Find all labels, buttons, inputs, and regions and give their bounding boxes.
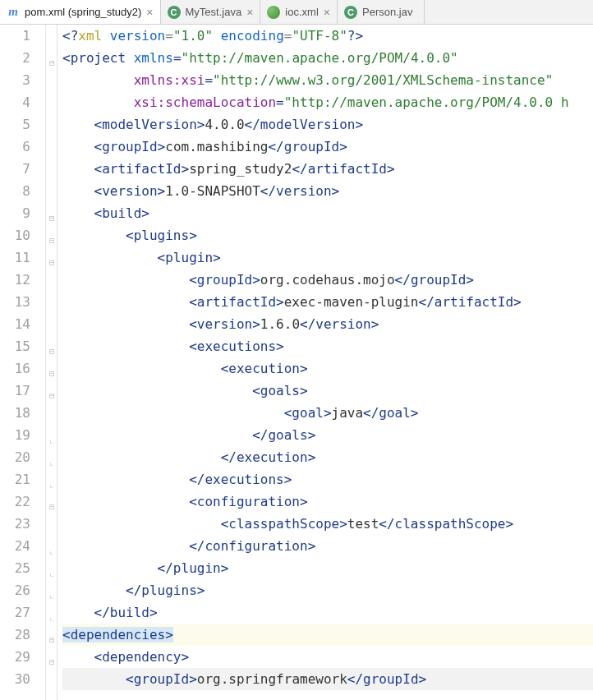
- code-line[interactable]: xmlns:xsi="http://www.w3.org/2001/XMLSch…: [62, 69, 593, 91]
- tab-ioc-xml[interactable]: ioc.xml ×: [260, 0, 338, 24]
- line-number: 1: [0, 25, 30, 47]
- code-line[interactable]: <project xmlns="http://maven.apache.org/…: [62, 47, 593, 69]
- line-number: 5: [0, 113, 30, 136]
- fold-open-icon[interactable]: ⊟: [48, 629, 56, 651]
- code-line[interactable]: </plugin>: [62, 557, 593, 579]
- code-line[interactable]: <plugins>: [62, 224, 593, 246]
- tab-label: pom.xml (spring_study2): [25, 6, 141, 18]
- close-icon[interactable]: ×: [246, 7, 253, 18]
- line-number: 12: [0, 269, 30, 291]
- tab-label: MyTest.java: [186, 6, 242, 18]
- code-line[interactable]: <version>1.0-SNAPSHOT</version>: [62, 180, 593, 202]
- code-line[interactable]: <classpathScope>test</classpathScope>: [62, 513, 593, 535]
- line-number: 19: [0, 424, 30, 446]
- code-line[interactable]: <groupId>org.springframework</groupId>: [62, 668, 593, 690]
- code-line[interactable]: <executions>: [62, 335, 593, 357]
- line-number: 14: [0, 313, 30, 335]
- line-number: 30: [0, 668, 30, 690]
- fold-close-icon[interactable]: ⌞: [48, 606, 56, 629]
- code-line[interactable]: </executions>: [62, 468, 593, 490]
- code-editor[interactable]: 1234567891011121314151617181920212223242…: [0, 25, 593, 700]
- code-line[interactable]: <modelVersion>4.0.0</modelVersion>: [62, 113, 593, 136]
- tab-label: Person.jav: [362, 6, 412, 18]
- line-number: 6: [0, 136, 30, 158]
- code-line[interactable]: </build>: [62, 601, 593, 624]
- fold-close-icon[interactable]: ⌞: [48, 429, 56, 451]
- code-line[interactable]: <build>: [62, 202, 593, 224]
- code-line[interactable]: <plugin>: [62, 246, 593, 269]
- line-number: 21: [0, 468, 30, 490]
- close-icon[interactable]: ×: [324, 7, 330, 18]
- line-number: 29: [0, 646, 30, 668]
- line-number: 11: [0, 246, 30, 269]
- line-number: 16: [0, 357, 30, 380]
- fold-open-icon[interactable]: ⊟: [48, 229, 56, 251]
- line-number: 15: [0, 335, 30, 357]
- line-number: 4: [0, 91, 30, 113]
- fold-open-icon[interactable]: ⊟: [48, 495, 56, 518]
- code-line[interactable]: </configuration>: [62, 535, 593, 557]
- line-gutter: 1234567891011121314151617181920212223242…: [0, 25, 46, 700]
- fold-close-icon[interactable]: ⌞: [48, 451, 56, 473]
- line-number: 2: [0, 47, 30, 69]
- line-number: 23: [0, 513, 30, 535]
- code-line[interactable]: <execution>: [62, 357, 593, 380]
- line-number: 26: [0, 579, 30, 601]
- fold-open-icon[interactable]: ⊟: [48, 385, 56, 407]
- code-line[interactable]: <goal>java</goal>: [62, 402, 593, 424]
- fold-column: ⊟⊟⊟⊟⊟⊟⊟⌞⌞⌞⊟⌞⌞⌞⌞⊟⊟: [46, 25, 57, 700]
- code-line[interactable]: <configuration>: [62, 490, 593, 513]
- fold-close-icon[interactable]: ⌞: [48, 540, 56, 562]
- line-number: 27: [0, 601, 30, 624]
- code-line[interactable]: <artifactId>exec-maven-plugin</artifactI…: [62, 291, 593, 313]
- code-line[interactable]: </execution>: [62, 446, 593, 468]
- line-number: 3: [0, 69, 30, 91]
- fold-close-icon[interactable]: ⌞: [48, 562, 56, 584]
- fold-open-icon[interactable]: ⊟: [48, 362, 56, 385]
- line-number: 22: [0, 490, 30, 513]
- code-line[interactable]: xsi:schemaLocation="http://maven.apache.…: [62, 91, 593, 113]
- tab-person-java[interactable]: C Person.jav: [338, 0, 425, 24]
- class-icon: C: [344, 6, 357, 19]
- line-number: 13: [0, 291, 30, 313]
- code-line[interactable]: <groupId>com.mashibing</groupId>: [62, 136, 593, 158]
- line-number: 18: [0, 402, 30, 424]
- code-line[interactable]: <groupId>org.codehaus.mojo</groupId>: [62, 269, 593, 291]
- spring-icon: [267, 6, 280, 19]
- code-line[interactable]: <goals>: [62, 380, 593, 402]
- fold-close-icon[interactable]: ⌞: [48, 473, 56, 495]
- code-line[interactable]: </plugins>: [62, 579, 593, 601]
- line-number: 20: [0, 446, 30, 468]
- tab-pom-xml[interactable]: m pom.xml (spring_study2) ×: [0, 0, 161, 24]
- code-line[interactable]: <artifactId>spring_study2</artifactId>: [62, 158, 593, 180]
- line-number: 7: [0, 158, 30, 180]
- fold-open-icon[interactable]: ⊟: [48, 52, 56, 74]
- fold-open-icon[interactable]: ⊟: [48, 251, 56, 274]
- tab-mytest-java[interactable]: C MyTest.java ×: [161, 0, 261, 24]
- code-line[interactable]: <version>1.6.0</version>: [62, 313, 593, 335]
- fold-open-icon[interactable]: ⊟: [48, 207, 56, 229]
- fold-close-icon[interactable]: ⌞: [48, 584, 56, 606]
- maven-icon: m: [7, 6, 20, 19]
- close-icon[interactable]: ×: [146, 7, 153, 18]
- editor-tabs: m pom.xml (spring_study2) × C MyTest.jav…: [0, 0, 593, 25]
- line-number: 17: [0, 380, 30, 402]
- fold-open-icon[interactable]: ⊟: [48, 651, 56, 673]
- fold-open-icon[interactable]: ⊟: [48, 340, 56, 362]
- tab-label: ioc.xml: [285, 6, 318, 18]
- line-number: 25: [0, 557, 30, 579]
- code-line[interactable]: <dependency>: [62, 646, 593, 668]
- line-number: 8: [0, 180, 30, 202]
- line-number: 24: [0, 535, 30, 557]
- code-line[interactable]: <?xml version="1.0" encoding="UTF-8"?>: [62, 25, 593, 47]
- code-line-active[interactable]: <dependencies>: [62, 624, 593, 646]
- code-area[interactable]: <?xml version="1.0" encoding="UTF-8"?> <…: [57, 25, 593, 700]
- class-icon: C: [168, 6, 181, 19]
- line-number: 9: [0, 202, 30, 224]
- code-line[interactable]: </goals>: [62, 424, 593, 446]
- line-number: 28: [0, 624, 30, 646]
- line-number: 10: [0, 224, 30, 246]
